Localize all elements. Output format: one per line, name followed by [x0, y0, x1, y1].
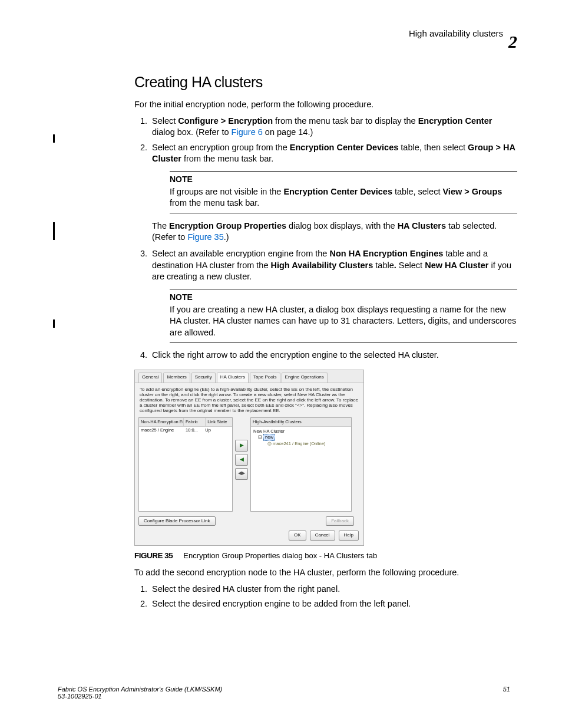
add-arrow-right-button[interactable]: ▶: [235, 440, 248, 452]
figure-35-link[interactable]: Figure 35: [187, 232, 223, 242]
chapter-number: 2: [508, 32, 517, 52]
figure-6-link[interactable]: Figure 6: [232, 127, 263, 137]
col-fabric: Fabric: [184, 418, 206, 426]
tab-members[interactable]: Members: [163, 373, 190, 383]
step-1: Select Configure > Encryption from the m…: [150, 116, 517, 139]
tab-ha-clusters[interactable]: HA Clusters: [217, 373, 249, 383]
note-body: If groups are not visible in the Encrypt…: [170, 186, 517, 209]
section-heading: Creating HA clusters: [134, 74, 510, 91]
figure-35: General Members Security HA Clusters Tap…: [134, 370, 517, 546]
failback-button[interactable]: Failback: [326, 516, 354, 526]
footer-docnum: 53-1002925-01: [58, 693, 222, 700]
swap-button[interactable]: ◀▶: [235, 468, 248, 480]
note-title: NOTE: [170, 174, 517, 185]
page-number: 51: [503, 686, 510, 700]
change-bar: [53, 319, 55, 328]
dialog-help-text: To add an encryption engine (EE) to a hi…: [135, 383, 363, 417]
change-bar: [53, 222, 55, 240]
running-head: High availability clusters: [52, 28, 510, 38]
note-block: NOTE If you are creating a new HA cluste…: [170, 289, 517, 343]
intro-text: For the initial encryption node, perform…: [134, 99, 517, 111]
step-4: Click the right arrow to add the encrypt…: [150, 350, 517, 361]
col-engines: Non-HA Encryption Engines: [139, 418, 184, 426]
remove-arrow-left-button[interactable]: ◀: [235, 454, 248, 466]
tab-engine-operations[interactable]: Engine Operations: [282, 373, 328, 383]
non-ha-engines-table[interactable]: Non-HA Encryption Engines Fabric Link St…: [138, 417, 233, 512]
table-row[interactable]: mace25 / Engine 10:0... Up: [139, 427, 232, 434]
step-b1: Select the desired HA cluster from the r…: [150, 584, 517, 595]
help-button[interactable]: Help: [339, 531, 359, 541]
footer-title: Fabric OS Encryption Administrator's Gui…: [58, 686, 222, 693]
col-ha-clusters: High-Availability Clusters: [251, 418, 351, 426]
running-head-text: High availability clusters: [409, 28, 503, 38]
cancel-button[interactable]: Cancel: [310, 531, 335, 541]
figure-caption: FIGURE 35 Encryption Group Properties di…: [134, 551, 517, 561]
col-link-state: Link State: [206, 418, 232, 426]
procedure-list: Select Configure > Encryption from the m…: [134, 116, 517, 361]
tree-selected-cluster[interactable]: new: [263, 434, 275, 441]
procedure-list-2: Select the desired HA cluster from the r…: [134, 584, 517, 610]
second-intro: To add the second encryption node to the…: [134, 567, 517, 579]
step-b2: Select the desired encryption engine to …: [150, 598, 517, 610]
tree-new-ha-cluster[interactable]: New HA Cluster: [253, 429, 349, 434]
note-body: If you are creating a new HA cluster, a …: [170, 304, 517, 339]
note-title: NOTE: [170, 292, 517, 303]
ha-clusters-tree[interactable]: High-Availability Clusters New HA Cluste…: [250, 417, 352, 512]
tree-engine-node[interactable]: ◎ mace241 / Engine (Online): [267, 441, 349, 447]
step-2: Select an encryption group from the Encr…: [150, 142, 517, 243]
ok-button[interactable]: OK: [289, 531, 306, 541]
dialog-encryption-group-properties: General Members Security HA Clusters Tap…: [134, 370, 364, 546]
tab-tape-pools[interactable]: Tape Pools: [250, 373, 280, 383]
dialog-tabstrip: General Members Security HA Clusters Tap…: [135, 370, 363, 383]
page-footer: Fabric OS Encryption Administrator's Gui…: [58, 686, 510, 700]
configure-blade-processor-link-button[interactable]: Configure Blade Processor Link: [138, 516, 216, 526]
mid-paragraph: The Encryption Group Properties dialog b…: [152, 220, 517, 243]
note-block: NOTE If groups are not visible in the En…: [170, 171, 517, 213]
step-3: Select an available encryption engine fr…: [150, 248, 517, 342]
figure-caption-text: Encryption Group Properties dialog box -…: [183, 551, 377, 560]
figure-number: FIGURE 35: [134, 551, 173, 560]
tab-security[interactable]: Security: [191, 373, 216, 383]
tab-general[interactable]: General: [138, 373, 162, 383]
change-bar: [53, 134, 55, 143]
